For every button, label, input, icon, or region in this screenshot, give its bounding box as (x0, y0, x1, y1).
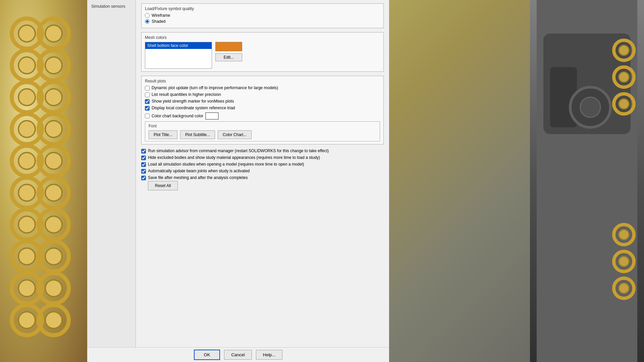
hide-excluded-row[interactable]: Hide excluded bodies and show study mate… (141, 155, 384, 160)
yield-strength-label: Show yield strength marker for vonMises … (152, 99, 234, 104)
color-chart-bg-label: Color chart background color (152, 114, 203, 118)
svg-point-9 (18, 89, 35, 106)
save-file-checkbox[interactable] (141, 176, 146, 180)
auto-update-beam-row[interactable]: Automatically update beam joints when st… (141, 169, 384, 174)
svg-point-15 (45, 121, 62, 137)
svg-point-25 (18, 216, 35, 233)
dialog-main-content: Load/Fixture symbol quality Wireframe Sh… (136, 0, 389, 362)
color-swatch-area: Edit... (215, 42, 242, 61)
load-all-studies-label: Load all simulation studies when opening… (148, 162, 304, 167)
svg-point-35 (45, 280, 62, 297)
color-chart-bg-row[interactable]: Color chart background color (145, 112, 380, 120)
dialog-buttons: OK Cancel Help... (87, 347, 389, 362)
local-coord-label: Display local coordinate system referenc… (152, 106, 235, 110)
svg-point-27 (45, 216, 62, 233)
svg-point-11 (45, 89, 62, 106)
scene-right-decoration (530, 0, 644, 362)
color-list-item-shell-bottom[interactable]: Shell bottom face color (145, 42, 212, 49)
sidebar-item-simulation-sensors[interactable]: Simulation sensors (89, 3, 134, 10)
yield-strength-checkbox[interactable] (145, 99, 150, 104)
svg-point-56 (619, 283, 629, 293)
font-buttons: Plot Title... Plot Subtitle... Color Cha… (149, 130, 376, 139)
svg-point-7 (45, 57, 62, 74)
font-group: Font Plot Title... Plot Subtitle... Colo… (145, 121, 380, 141)
font-label: Font (149, 124, 376, 128)
list-result-checkbox[interactable] (145, 93, 150, 97)
svg-point-33 (18, 280, 35, 297)
auto-update-beam-label: Automatically update beam joints when st… (148, 169, 250, 173)
result-plots-group: Result plots Dynamic plot update (turn o… (141, 76, 384, 144)
yield-strength-row[interactable]: Show yield strength marker for vonMises … (145, 99, 380, 104)
dialog-sidebar: Simulation sensors (87, 0, 136, 362)
load-fixture-label: Load/Fixture symbol quality (145, 6, 380, 11)
general-options: Run simulation advisor from command mana… (141, 148, 384, 180)
svg-point-46 (619, 45, 629, 55)
mesh-colors-group: Mesh colors Shell bottom face color Edit… (141, 32, 384, 72)
load-fixture-group: Load/Fixture symbol quality Wireframe Sh… (141, 3, 384, 28)
help-button[interactable]: Help... (256, 350, 283, 360)
svg-point-48 (619, 72, 629, 82)
list-result-row[interactable]: List result quantities in higher precisi… (145, 92, 380, 97)
chain-left-decoration (0, 0, 87, 362)
svg-point-19 (45, 153, 62, 169)
color-list[interactable]: Shell bottom face color (145, 42, 212, 69)
svg-point-21 (18, 184, 35, 201)
list-result-label: List result quantities in higher precisi… (152, 92, 221, 97)
wireframe-radio[interactable] (145, 13, 150, 18)
load-all-studies-row[interactable]: Load all simulation studies when opening… (141, 162, 384, 167)
shaded-radio[interactable] (145, 19, 150, 24)
color-swatch[interactable] (215, 42, 242, 51)
load-all-studies-checkbox[interactable] (141, 162, 146, 167)
reset-all-button[interactable]: Reset All (148, 181, 178, 190)
svg-point-50 (619, 99, 629, 109)
edit-button[interactable]: Edit... (215, 53, 242, 61)
local-coord-row[interactable]: Display local coordinate system referenc… (145, 106, 380, 111)
svg-point-44 (580, 97, 600, 117)
shaded-label: Shaded (152, 19, 165, 24)
dynamic-plot-checkbox[interactable] (145, 86, 150, 90)
svg-point-1 (18, 25, 35, 42)
simulation-advisor-row[interactable]: Run simulation advisor from command mana… (141, 148, 384, 154)
svg-point-54 (619, 256, 629, 266)
svg-point-52 (619, 230, 629, 240)
wireframe-label: Wireframe (152, 13, 170, 18)
svg-point-13 (18, 121, 35, 137)
main-dialog: Simulation sensors Load/Fixture symbol q… (87, 0, 389, 362)
ok-button[interactable]: OK (194, 350, 220, 360)
result-plots-label: Result plots (145, 79, 380, 83)
svg-point-5 (18, 57, 35, 74)
plot-title-button[interactable]: Plot Title... (149, 130, 177, 139)
mesh-colors-label: Mesh colors (145, 35, 380, 40)
reset-area: Reset All (141, 187, 384, 207)
mesh-colors-inner: Shell bottom face color Edit... (145, 42, 380, 69)
svg-point-3 (45, 25, 62, 42)
color-chart-bg-checkbox[interactable] (145, 114, 150, 118)
shaded-radio-row[interactable]: Shaded (145, 19, 380, 24)
color-list-item-empty[interactable] (145, 49, 212, 51)
svg-point-37 (18, 312, 35, 328)
dynamic-plot-row[interactable]: Dynamic plot update (turn off to improve… (145, 85, 380, 90)
svg-point-17 (18, 153, 35, 169)
save-file-row[interactable]: Save file after meshing and after the an… (141, 175, 384, 180)
color-chart-bg-swatch[interactable] (205, 112, 219, 120)
simulation-advisor-checkbox[interactable] (141, 149, 146, 154)
save-file-label: Save file after meshing and after the an… (148, 175, 248, 180)
cancel-button[interactable]: Cancel (224, 350, 252, 360)
hide-excluded-label: Hide excluded bodies and show study mate… (148, 155, 320, 160)
local-coord-checkbox[interactable] (145, 106, 150, 111)
svg-point-31 (45, 248, 62, 265)
hide-excluded-checkbox[interactable] (141, 156, 146, 160)
color-chart-button[interactable]: Color Chart... (218, 130, 252, 139)
auto-update-beam-checkbox[interactable] (141, 169, 146, 174)
simulation-advisor-label: Run simulation advisor from command mana… (148, 148, 329, 153)
dynamic-plot-label: Dynamic plot update (turn off to improve… (152, 85, 278, 90)
plot-subtitle-button[interactable]: Plot Subtitle... (180, 130, 215, 139)
svg-point-29 (18, 248, 35, 265)
wireframe-radio-row[interactable]: Wireframe (145, 13, 380, 18)
svg-point-23 (45, 184, 62, 201)
svg-point-39 (45, 312, 62, 328)
